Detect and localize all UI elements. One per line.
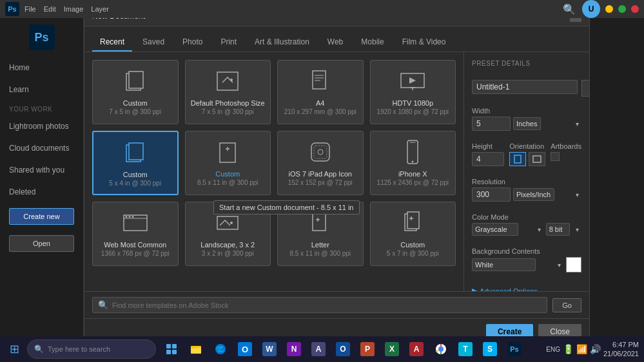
color-mode-select[interactable]: Grayscale RGB Color CMYK Color: [472, 223, 518, 236]
preset-web-common[interactable]: Web Most Common 1366 x 768 px @ 72 ppi: [92, 202, 179, 266]
preset-grid: Custom 7 x 5 in @ 300 ppi Default Photos…: [92, 60, 456, 272]
taskbar-network: 📶: [576, 344, 587, 354]
taskbar-word[interactable]: W: [258, 338, 281, 361]
sidebar-item-shared[interactable]: Shared with you: [0, 159, 83, 181]
taskbar-battery: 🔋: [563, 344, 574, 354]
sidebar-item-cloud[interactable]: Cloud documents: [0, 137, 83, 159]
resolution-unit-select[interactable]: Pixels/Inch Pixels/cm: [513, 188, 554, 201]
taskbar-ppt[interactable]: P: [356, 338, 379, 361]
preset-details-title: PRESET DETAILS: [472, 60, 581, 67]
sidebar-item-home[interactable]: Home: [0, 57, 83, 79]
preset-name-custom-3: Custom: [215, 170, 240, 178]
preset-custom-1[interactable]: Custom 7 x 5 in @ 300 ppi: [92, 60, 179, 124]
tab-print[interactable]: Print: [213, 33, 244, 52]
preset-name-custom-2: Custom: [123, 171, 148, 178]
sidebar-item-lightroom[interactable]: Lightroom photos: [0, 115, 83, 137]
taskbar-chrome[interactable]: [429, 338, 453, 361]
template-search-input[interactable]: [112, 301, 542, 309]
sidebar-item-deleted[interactable]: Deleted: [0, 181, 83, 203]
taskbar-excel[interactable]: X: [380, 338, 404, 361]
bg-color-swatch[interactable]: [566, 257, 581, 272]
tab-saved[interactable]: Saved: [135, 33, 172, 52]
window-minimize-button[interactable]: [605, 5, 613, 13]
search-icon: 🔍: [98, 300, 108, 310]
tab-photo[interactable]: Photo: [175, 33, 210, 52]
svg-point-27: [132, 216, 133, 218]
tab-mobile[interactable]: Mobile: [353, 33, 391, 52]
color-mode-wrapper: Grayscale RGB Color CMYK Color: [472, 223, 543, 236]
user-avatar[interactable]: U: [582, 0, 600, 18]
advanced-chevron-icon: ▶: [472, 287, 477, 291]
color-mode-label: Color Mode: [472, 213, 581, 221]
orientation-landscape-button[interactable]: [529, 152, 545, 166]
tab-recent[interactable]: Recent: [92, 33, 132, 52]
height-input[interactable]: [472, 152, 504, 166]
bg-contents-select[interactable]: White Black Transparent Background Color: [472, 258, 536, 271]
color-bit-wrapper: 8 bit 16 bit 32 bit: [546, 223, 581, 236]
orientation-section: Orientation: [509, 142, 545, 166]
start-button[interactable]: ⊞: [3, 338, 26, 361]
tab-art-illustration[interactable]: Art & Illustration: [247, 33, 317, 52]
taskbar-access[interactable]: A: [405, 338, 428, 361]
preset-name-custom-1: Custom: [123, 99, 148, 107]
resolution-input[interactable]: [472, 187, 511, 202]
menu-file[interactable]: File: [24, 5, 36, 13]
taskbar-skype[interactable]: S: [478, 338, 502, 361]
taskbar-teams[interactable]: A: [307, 338, 330, 361]
preset-name-landscape: Landscape, 3 x 2: [200, 241, 255, 249]
taskbar-time[interactable]: 6:47 PM 21/06/2021: [603, 340, 639, 359]
svg-point-19: [318, 149, 323, 155]
bg-contents-section: Background Contents White Black Transpar…: [472, 247, 581, 278]
width-label: Width: [472, 107, 581, 115]
taskbar-onenote[interactable]: N: [282, 338, 306, 361]
preset-hdtv[interactable]: HDTV 1080p 1920 x 1080 px @ 72 ppi: [370, 60, 456, 124]
menu-edit[interactable]: Edit: [44, 5, 56, 13]
svg-rect-13: [129, 143, 143, 160]
preset-detail-letter: 8.5 x 11 in @ 300 ppi: [289, 250, 351, 257]
color-bit-select[interactable]: 8 bit 16 bit 32 bit: [546, 223, 570, 236]
open-button[interactable]: Open: [9, 235, 74, 252]
tab-web[interactable]: Web: [320, 33, 351, 52]
preset-default-photoshop[interactable]: Default Photoshop Size 7 x 5 in @ 300 pp…: [185, 60, 271, 124]
preset-tooltip: Start a new Custom document - 8.5 x 11 i…: [213, 200, 360, 214]
taskbar-outlook[interactable]: O: [331, 338, 355, 361]
svg-rect-44: [191, 348, 201, 354]
taskbar-search[interactable]: 🔍 Type here to search: [27, 339, 156, 359]
taskbar-translator[interactable]: T: [454, 338, 477, 361]
taskbar-file-explorer[interactable]: [184, 338, 208, 361]
menu-layer[interactable]: Layer: [91, 5, 109, 13]
document-name-input[interactable]: [472, 80, 578, 94]
preset-ios-ipad[interactable]: iOS 7 iPad App Icon 152 x 152 px @ 72 pp…: [277, 131, 364, 195]
taskbar-task-view[interactable]: [160, 338, 183, 361]
sidebar-item-learn[interactable]: Learn: [0, 79, 83, 100]
taskbar-photoshop[interactable]: Ps: [503, 338, 526, 361]
dialog-body: Custom 7 x 5 in @ 300 ppi Default Photos…: [84, 52, 589, 291]
template-search-box[interactable]: 🔍: [92, 297, 547, 313]
window-maximize-button[interactable]: [618, 5, 626, 13]
svg-rect-14: [220, 143, 235, 162]
preset-custom-4[interactable]: Custom 5 x 7 in @ 300 ppi: [370, 202, 456, 266]
taskbar-mail[interactable]: O: [233, 338, 257, 361]
taskbar-edge[interactable]: [209, 338, 232, 361]
top-bar-search-icon[interactable]: 🔍: [561, 1, 577, 17]
preset-iphone-x[interactable]: iPhone X 1125 x 2436 px @ 72 ppi: [370, 131, 456, 195]
tab-film-video[interactable]: Film & Video: [395, 33, 454, 52]
preset-detail-custom-2: 5 x 4 in @ 300 ppi: [109, 180, 161, 187]
window-close-button[interactable]: [631, 5, 639, 13]
orientation-portrait-button[interactable]: [509, 152, 526, 166]
height-row: [472, 152, 504, 166]
svg-rect-1: [129, 71, 143, 88]
preset-custom-3[interactable]: Custom 8.5 x 11 in @ 300 ppi: [185, 131, 271, 195]
create-new-button[interactable]: Create new: [9, 208, 74, 225]
menu-image[interactable]: Image: [64, 5, 84, 13]
save-preset-button[interactable]: ↑: [581, 80, 589, 97]
template-search-go-button[interactable]: Go: [552, 298, 581, 312]
preset-icon-ios: [305, 137, 336, 167]
taskbar-right: ENG 🔋 📶 🔊 6:47 PM 21/06/2021: [546, 340, 641, 359]
advanced-options-toggle[interactable]: ▶ Advanced Options: [472, 287, 581, 291]
preset-custom-2[interactable]: Custom 5 x 4 in @ 300 ppi: [92, 131, 179, 195]
width-input[interactable]: [472, 117, 511, 131]
width-unit-select[interactable]: Inches Pixels cm: [513, 117, 541, 130]
artboards-checkbox[interactable]: [551, 152, 560, 161]
preset-a4[interactable]: A4 210 x 297 mm @ 300 ppi: [277, 60, 364, 124]
